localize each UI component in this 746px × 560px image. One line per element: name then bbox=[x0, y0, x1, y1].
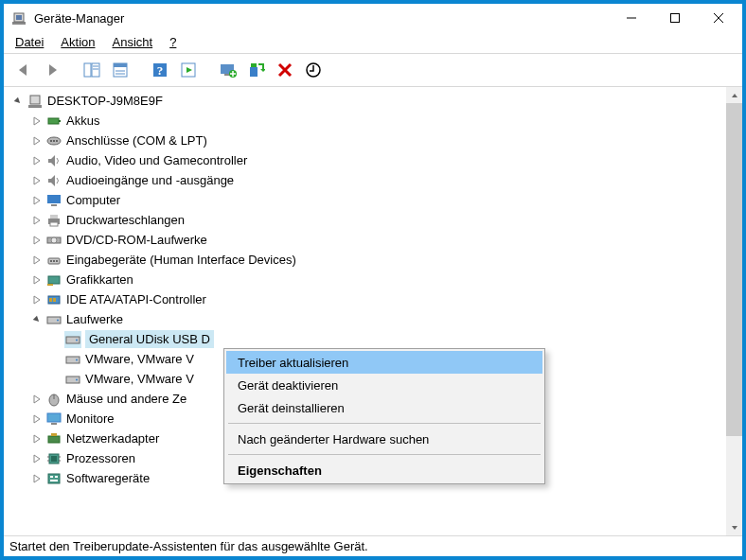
svg-point-29 bbox=[50, 140, 52, 142]
maximize-button[interactable] bbox=[653, 4, 697, 32]
expand-icon[interactable] bbox=[30, 452, 44, 465]
svg-rect-46 bbox=[49, 298, 52, 302]
scroll-up-icon[interactable] bbox=[726, 87, 742, 103]
vertical-scrollbar[interactable] bbox=[726, 87, 742, 535]
svg-rect-8 bbox=[92, 63, 99, 77]
disable-button[interactable] bbox=[301, 58, 326, 82]
expand-icon[interactable] bbox=[30, 393, 44, 406]
svg-point-51 bbox=[76, 339, 78, 341]
svg-point-53 bbox=[76, 359, 78, 360]
svg-rect-7 bbox=[84, 63, 91, 77]
svg-rect-22 bbox=[251, 63, 257, 67]
scan-hardware-button[interactable] bbox=[244, 58, 269, 82]
collapse-icon[interactable] bbox=[11, 95, 25, 108]
ctx-eigenschaften[interactable]: Eigenschaften bbox=[226, 459, 542, 481]
statusbar: Startet den Treiberupdate-Assistenten fü… bbox=[4, 535, 742, 556]
expand-icon[interactable] bbox=[30, 154, 44, 167]
expand-icon[interactable] bbox=[30, 114, 44, 128]
minimize-button[interactable] bbox=[610, 4, 653, 32]
tree-item-ide[interactable]: IDE ATA/ATAPI-Controller bbox=[4, 289, 726, 309]
svg-point-55 bbox=[76, 378, 78, 380]
software-device-icon bbox=[45, 470, 62, 487]
tree-item-druck[interactable]: Druckwarteschlangen bbox=[4, 210, 726, 230]
svg-rect-25 bbox=[30, 96, 40, 104]
ctx-geraet-deaktivieren[interactable]: Gerät deaktivieren bbox=[226, 374, 542, 396]
drive-icon bbox=[64, 331, 81, 348]
port-icon bbox=[45, 132, 62, 149]
tree-item-laufwerke[interactable]: Laufwerke bbox=[4, 309, 726, 329]
svg-rect-24 bbox=[28, 105, 42, 108]
speaker-icon bbox=[45, 172, 62, 189]
scroll-down-icon[interactable] bbox=[726, 519, 742, 535]
action-button[interactable] bbox=[176, 58, 201, 82]
expand-icon[interactable] bbox=[30, 254, 44, 267]
expand-icon[interactable] bbox=[30, 472, 44, 485]
menubar: Datei Aktion Ansicht ? bbox=[4, 32, 742, 53]
menu-help[interactable]: ? bbox=[162, 33, 184, 51]
menu-aktion[interactable]: Aktion bbox=[53, 33, 102, 51]
ctx-treiber-aktualisieren[interactable]: Treiber aktualisieren bbox=[226, 351, 542, 374]
computer-icon bbox=[27, 93, 44, 110]
ctx-geraet-deinstallieren[interactable]: Gerät deinstallieren bbox=[226, 396, 542, 419]
window-title: Geräte-Manager bbox=[34, 11, 610, 26]
app-icon bbox=[11, 10, 27, 26]
tree-item-akkus[interactable]: Akkus bbox=[4, 111, 726, 131]
monitor-icon bbox=[45, 411, 62, 428]
expand-icon[interactable] bbox=[30, 234, 44, 247]
scroll-thumb[interactable] bbox=[726, 103, 742, 436]
ctx-hardware-suchen[interactable]: Nach geänderter Hardware suchen bbox=[226, 428, 542, 450]
svg-rect-26 bbox=[48, 118, 59, 124]
expand-icon[interactable] bbox=[30, 174, 44, 187]
tree-item-anschluesse[interactable]: Anschlüsse (COM & LPT) bbox=[4, 131, 726, 150]
svg-rect-61 bbox=[51, 433, 57, 436]
menu-datei[interactable]: Datei bbox=[8, 33, 51, 51]
expand-icon[interactable] bbox=[30, 432, 44, 446]
svg-rect-71 bbox=[50, 480, 58, 481]
device-tree[interactable]: DESKTOP-J9M8E9F Akkus Anschlüsse (COM & … bbox=[4, 87, 726, 535]
svg-rect-32 bbox=[47, 195, 61, 203]
show-hide-console-button[interactable] bbox=[80, 58, 104, 82]
svg-rect-44 bbox=[47, 284, 53, 286]
update-driver-button[interactable] bbox=[216, 58, 240, 82]
collapse-icon[interactable] bbox=[30, 313, 44, 326]
svg-text:?: ? bbox=[157, 63, 164, 78]
tree-item-dvd[interactable]: DVD/CD-ROM-Laufwerke bbox=[4, 230, 726, 250]
close-button[interactable] bbox=[697, 4, 740, 32]
expand-icon[interactable] bbox=[30, 273, 44, 287]
expand-icon[interactable] bbox=[30, 134, 44, 148]
tree-item-audio-video[interactable]: Audio, Video und Gamecontroller bbox=[4, 150, 726, 170]
expand-icon[interactable] bbox=[30, 214, 44, 227]
tree-item-computer[interactable]: Computer bbox=[4, 190, 726, 210]
tree-root[interactable]: DESKTOP-J9M8E9F bbox=[4, 91, 726, 111]
menu-ansicht[interactable]: Ansicht bbox=[105, 33, 161, 51]
battery-icon bbox=[45, 113, 62, 130]
disc-icon bbox=[45, 232, 62, 249]
svg-rect-4 bbox=[671, 14, 680, 23]
expand-icon[interactable] bbox=[30, 412, 44, 426]
expand-icon[interactable] bbox=[30, 293, 44, 306]
monitor-icon bbox=[45, 192, 62, 209]
tree-item-udisk[interactable]: General UDisk USB D bbox=[4, 329, 726, 349]
svg-point-49 bbox=[57, 319, 59, 321]
svg-rect-41 bbox=[53, 260, 55, 262]
svg-rect-70 bbox=[55, 476, 58, 478]
uninstall-button[interactable] bbox=[273, 58, 297, 82]
tree-item-audioein[interactable]: Audioeingänge und -ausgänge bbox=[4, 170, 726, 190]
svg-rect-68 bbox=[48, 474, 60, 483]
context-menu: Treiber aktualisieren Gerät deaktivieren… bbox=[223, 348, 545, 484]
forward-button[interactable] bbox=[40, 58, 64, 82]
svg-rect-59 bbox=[51, 423, 57, 425]
svg-rect-40 bbox=[50, 260, 52, 262]
statusbar-text: Startet den Treiberupdate-Assistenten fü… bbox=[9, 539, 368, 553]
mouse-icon bbox=[45, 391, 62, 408]
svg-rect-36 bbox=[50, 222, 58, 226]
drive-icon bbox=[64, 351, 81, 368]
tree-item-grafik[interactable]: Grafikkarten bbox=[4, 270, 726, 289]
network-icon bbox=[45, 430, 62, 447]
properties-button[interactable] bbox=[108, 58, 133, 82]
svg-rect-27 bbox=[59, 120, 61, 122]
tree-item-eingabe[interactable]: Eingabegeräte (Human Interface Devices) bbox=[4, 250, 726, 270]
back-button[interactable] bbox=[11, 58, 36, 82]
help-button[interactable]: ? bbox=[148, 58, 172, 82]
expand-icon[interactable] bbox=[30, 194, 44, 207]
